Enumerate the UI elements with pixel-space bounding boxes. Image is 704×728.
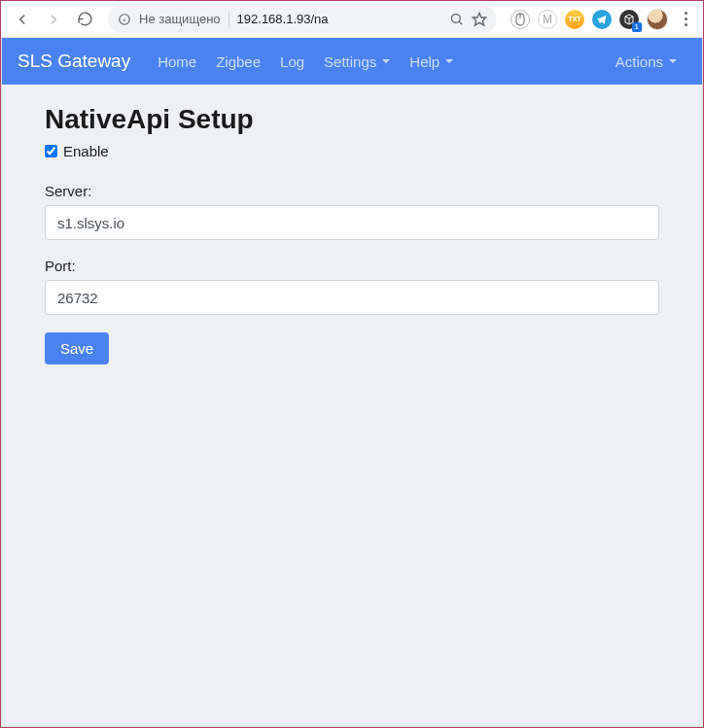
page-body: SLS Gateway Home Zigbee Log Settings Hel… bbox=[1, 38, 703, 727]
nav-home[interactable]: Home bbox=[148, 53, 206, 70]
nav-zigbee-label: Zigbee bbox=[216, 53, 261, 70]
svg-marker-5 bbox=[473, 13, 485, 25]
chrome-menu-button[interactable] bbox=[676, 12, 695, 26]
search-in-page-icon[interactable] bbox=[449, 12, 464, 26]
caret-icon bbox=[382, 59, 390, 63]
page-title: NativeApi Setup bbox=[45, 104, 659, 135]
omnibox-separator bbox=[229, 12, 229, 27]
nav-help[interactable]: Help bbox=[400, 53, 463, 70]
caret-icon bbox=[669, 59, 677, 63]
enable-checkbox[interactable] bbox=[45, 145, 57, 157]
back-button[interactable] bbox=[9, 6, 36, 33]
not-secure-label: Не защищено bbox=[139, 12, 221, 26]
profile-avatar[interactable] bbox=[647, 9, 668, 30]
port-input[interactable] bbox=[45, 280, 659, 315]
bookmark-star-icon[interactable] bbox=[472, 12, 487, 27]
server-label: Server: bbox=[45, 183, 659, 199]
nav-home-label: Home bbox=[158, 53, 196, 70]
caret-icon bbox=[445, 59, 453, 63]
extension-icon-3[interactable]: TXT bbox=[565, 10, 584, 29]
nav-settings-label: Settings bbox=[324, 53, 376, 70]
extension-icon-2[interactable]: M bbox=[538, 10, 557, 29]
nav-actions[interactable]: Actions bbox=[606, 53, 686, 70]
main-container: NativeApi Setup Enable Server: Port: Sav… bbox=[2, 85, 702, 384]
save-button[interactable]: Save bbox=[45, 332, 109, 364]
nav-help-label: Help bbox=[409, 53, 440, 70]
address-bar[interactable]: Не защищено 192.168.1.93/na bbox=[108, 6, 497, 33]
enable-row[interactable]: Enable bbox=[45, 143, 659, 159]
server-input[interactable] bbox=[45, 205, 659, 240]
port-group: Port: bbox=[45, 258, 659, 315]
enable-label: Enable bbox=[63, 143, 109, 159]
nav-actions-label: Actions bbox=[616, 53, 663, 70]
nav-settings[interactable]: Settings bbox=[314, 53, 400, 70]
extension-icon-4[interactable] bbox=[592, 10, 612, 29]
server-group: Server: bbox=[45, 183, 659, 240]
brand-link[interactable]: SLS Gateway bbox=[18, 51, 130, 72]
extension-icon-5[interactable]: 1 bbox=[619, 10, 639, 29]
url-text: 192.168.1.93/na bbox=[237, 12, 329, 26]
extension-badge: 1 bbox=[632, 22, 642, 32]
nav-log[interactable]: Log bbox=[270, 53, 314, 70]
svg-point-3 bbox=[452, 15, 461, 23]
forward-button[interactable] bbox=[40, 6, 67, 33]
info-icon bbox=[118, 13, 131, 26]
reload-button[interactable] bbox=[71, 6, 98, 33]
nav-log-label: Log bbox=[280, 53, 304, 70]
svg-line-4 bbox=[459, 21, 462, 24]
port-label: Port: bbox=[45, 258, 659, 274]
nav-zigbee[interactable]: Zigbee bbox=[206, 53, 270, 70]
browser-toolbar: Не защищено 192.168.1.93/na M TXT 1 bbox=[1, 1, 703, 38]
extensions-row: M TXT 1 bbox=[510, 9, 695, 30]
app-navbar: SLS Gateway Home Zigbee Log Settings Hel… bbox=[2, 38, 702, 85]
extension-icon-1[interactable] bbox=[510, 10, 530, 29]
